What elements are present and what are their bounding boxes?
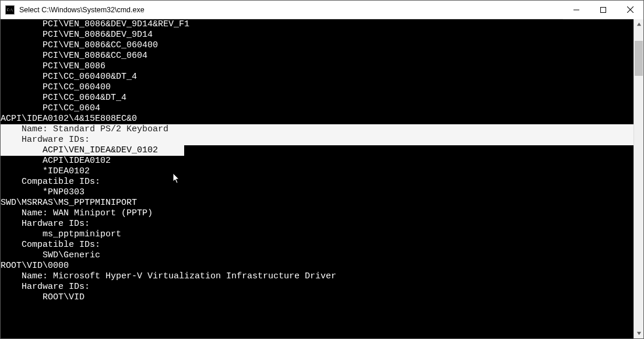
terminal-line: Hardware IDs: [1, 135, 634, 145]
terminal-line: Hardware IDs: [1, 282, 634, 292]
terminal-line: PCI\CC_0604 [1, 103, 634, 114]
window-frame: Select C:\Windows\System32\cmd.exe PCI\V… [0, 0, 644, 339]
terminal-line: PCI\VEN_8086&DEV_9D14 [1, 30, 634, 40]
terminal-line: Name: Standard PS/2 Keyboard [1, 124, 634, 135]
terminal-line: Hardware IDs: [1, 219, 634, 229]
close-button[interactable] [617, 1, 643, 19]
scrollbar-track[interactable] [634, 29, 643, 328]
maximize-button[interactable] [590, 1, 617, 19]
terminal-line: PCI\VEN_8086&CC_060400 [1, 40, 634, 51]
terminal-output[interactable]: PCI\VEN_8086&DEV_9D14&REV_F1 PCI\VEN_808… [1, 19, 634, 338]
terminal-line: ACPI\IDEA0102\4&15E808EC&0 [1, 114, 634, 124]
terminal-line: *PNP0303 [1, 187, 634, 198]
cmd-icon [5, 5, 15, 15]
minimize-button[interactable] [563, 1, 590, 19]
terminal-line: SWD\Generic [1, 250, 634, 261]
window-title: Select C:\Windows\System32\cmd.exe [19, 6, 563, 14]
client-area: PCI\VEN_8086&DEV_9D14&REV_F1 PCI\VEN_808… [1, 19, 643, 338]
terminal-line: Compatible IDs: [1, 240, 634, 250]
terminal-line: ACPI\IDEA0102 [1, 156, 634, 166]
selection-highlight: ACPI\VEN_IDEA&DEV_0102 [1, 145, 184, 156]
terminal-line: PCI\VEN_8086&DEV_9D14&REV_F1 [1, 19, 634, 30]
terminal-line: *IDEA0102 [1, 166, 634, 177]
terminal-line: Compatible IDs: [1, 177, 634, 187]
titlebar[interactable]: Select C:\Windows\System32\cmd.exe [1, 1, 643, 19]
scrollbar-thumb[interactable] [635, 41, 643, 76]
terminal-line: PCI\CC_060400&DT_4 [1, 72, 634, 82]
scroll-up-arrow-icon[interactable] [634, 19, 643, 29]
terminal-line: ms_pptpminiport [1, 229, 634, 240]
terminal-line: Name: WAN Miniport (PPTP) [1, 208, 634, 219]
terminal-line: ROOT\VID [1, 292, 634, 303]
scroll-down-arrow-icon[interactable] [634, 328, 643, 338]
terminal-line: PCI\VEN_8086 [1, 61, 634, 72]
terminal-line: PCI\VEN_8086&CC_0604 [1, 51, 634, 61]
svg-marker-5 [636, 332, 641, 335]
svg-marker-4 [636, 23, 641, 26]
terminal-line: SWD\MSRRAS\MS_PPTPMINIPORT [1, 198, 634, 208]
terminal-line: ACPI\VEN_IDEA&DEV_0102 [1, 145, 634, 156]
terminal-line: Name: Microsoft Hyper-V Virtualization I… [1, 271, 634, 282]
vertical-scrollbar[interactable] [634, 19, 643, 338]
terminal-line: PCI\CC_0604&DT_4 [1, 93, 634, 103]
terminal-line: ROOT\VID\0000 [1, 261, 634, 271]
terminal-line: PCI\CC_060400 [1, 82, 634, 93]
svg-rect-1 [601, 7, 606, 12]
